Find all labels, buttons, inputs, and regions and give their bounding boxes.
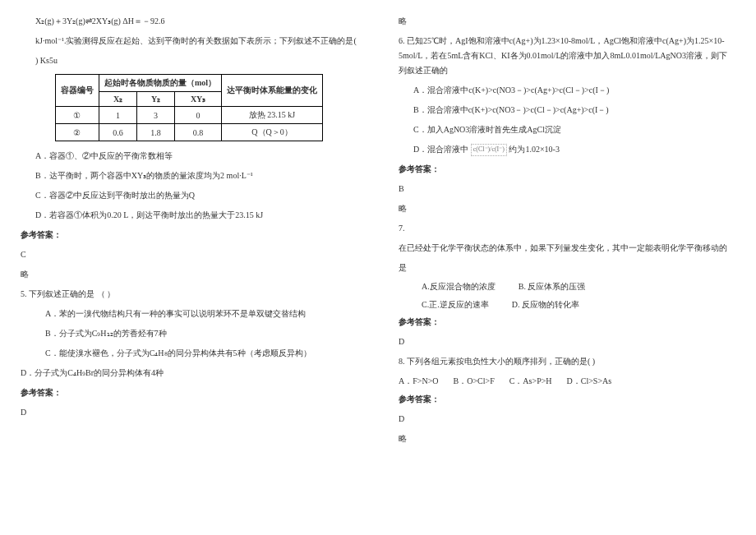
q8-answer: D — [399, 413, 735, 426]
q6-answer: B — [399, 182, 735, 196]
q5-opt-d: D．分子式为C₄H₉Br的同分异构体有4种 — [21, 367, 357, 380]
q7-opt-c: C.正.逆反应的速率 — [422, 299, 489, 311]
q4-opt-c: C．容器②中反应达到平衡时放出的热量为Q — [35, 189, 357, 202]
q7-stem-l1: 在已经处于化学平衡状态的体系中，如果下列量发生变化，其中一定能表明化学平衡移动的 — [399, 242, 735, 255]
q8-opt-b: B．O>Cl>F — [454, 375, 495, 388]
lue-text: 略 — [399, 202, 735, 215]
th-energy: 达平衡时体系能量的变化 — [222, 75, 323, 107]
q4-stem-line2: ) Ks5u — [35, 54, 357, 67]
th-container: 容器编号 — [55, 75, 99, 107]
q7-answer: D — [399, 335, 735, 348]
answer-label: 参考答案： — [399, 316, 735, 329]
th-y2: Y₂ — [137, 92, 175, 107]
th-xy3: XY₃ — [175, 92, 222, 107]
fraction-icon: c(Cl⁻)/c(I⁻) — [471, 144, 507, 156]
q4-opt-a: A．容器①、②中反应的平衡常数相等 — [35, 150, 357, 163]
right-column: 略 6. 已知25℃时，AgI饱和溶液中c(Ag+)为1.23×10-8mol/… — [378, 0, 756, 535]
th-x2: X₂ — [99, 92, 136, 107]
q8-opt-d: D．Cl>S>As — [567, 375, 612, 388]
q5-stem: 5. 下列叙述正确的是 （ ） — [21, 288, 357, 301]
answer-label: 参考答案： — [21, 228, 357, 242]
answer-label: 参考答案： — [399, 393, 735, 406]
lue-text: 略 — [399, 432, 735, 445]
q7-stem-l2: 是 — [399, 261, 735, 274]
q4-opt-b: B．达平衡时，两个容器中XY₃的物质的量浓度均为2 mol·L⁻¹ — [35, 169, 357, 182]
answer-label: 参考答案： — [399, 163, 735, 176]
q7-row2: C.正.逆反应的速率 D. 反应物的转化率 — [422, 299, 735, 311]
q6-stem-l2: 5mol/L，若在5mL含有KCl、KI各为0.01mol/L的溶液中加入8mL… — [399, 49, 735, 62]
q8-opt-c: C．As>P>H — [509, 375, 552, 388]
answer-label: 参考答案： — [21, 386, 357, 399]
q8-stem: 8. 下列各组元素按电负性大小的顺序排列，正确的是( ) — [399, 355, 735, 368]
q4-table: 容器编号 起始时各物质物质的量（mol） 达平衡时体系能量的变化 X₂ Y₂ X… — [55, 74, 323, 141]
lue-text: 略 — [21, 268, 357, 281]
q7-opt-b: B. 反应体系的压强 — [519, 281, 586, 293]
q6-d-post: 约为1.02×10-3 — [509, 145, 559, 154]
q7-opt-a: A.反应混合物的浓度 — [422, 281, 496, 293]
q6-d-pre: D．混合溶液中 — [413, 145, 468, 154]
q4-equation: X₂(g)＋3Y₂(g)⇌2XY₃(g) ΔH＝－92.6 — [35, 15, 357, 28]
table-row: ① 1 3 0 放热 23.15 kJ — [55, 107, 322, 124]
q5-opt-a: A．苯的一溴代物结构只有一种的事实可以说明苯环不是单双键交替结构 — [45, 307, 357, 321]
q5-answer: D — [21, 406, 357, 419]
q4-opt-d: D．若容器①体积为0.20 L，则达平衡时放出的热量大于23.15 kJ — [35, 209, 357, 222]
q7-number: 7. — [399, 222, 735, 235]
q6-stem-l1: 6. 已知25℃时，AgI饱和溶液中c(Ag+)为1.23×10-8mol/L，… — [399, 35, 735, 48]
q4-stem-line1: kJ·mol⁻¹.实验测得反应在起始、达到平衡时的有关数据如下表所示；下列叙述不… — [35, 35, 357, 48]
q6-opt-b: B．混合溶液中c(K+)>c(NO3－)>c(Cl－)>c(Ag+)>c(I－) — [413, 104, 735, 117]
q6-opt-d: D．混合溶液中 c(Cl⁻)/c(I⁻) 约为1.02×10-3 — [413, 143, 735, 156]
q4-answer: C — [21, 248, 357, 261]
q6-stem-l3: 列叙述正确的 — [399, 64, 735, 77]
th-initial: 起始时各物质物质的量（mol） — [99, 75, 221, 92]
q6-opt-a: A．混合溶液中c(K+)>c(NO3－)>c(Ag+)>c(Cl－)>c(I－) — [413, 84, 735, 97]
lue-text: 略 — [399, 15, 735, 28]
q5-opt-b: B．分子式为C₉H₁₂的芳香烃有7种 — [45, 327, 357, 340]
q5-opt-c: C．能使溴水褪色，分子式为C₄H₈的同分异构体共有5种（考虑顺反异构） — [45, 347, 357, 360]
q8-opt-a: A．F>N>O — [399, 375, 439, 388]
table-row: ② 0.6 1.8 0.8 Q（Q＞0） — [55, 124, 322, 141]
q7-row1: A.反应混合物的浓度 B. 反应体系的压强 — [422, 281, 735, 293]
q6-opt-c: C．加入AgNO3溶液时首先生成AgCl沉淀 — [413, 123, 735, 136]
q7-opt-d: D. 反应物的转化率 — [512, 299, 579, 311]
q8-options: A．F>N>O B．O>Cl>F C．As>P>H D．Cl>S>As — [399, 375, 735, 388]
left-column: X₂(g)＋3Y₂(g)⇌2XY₃(g) ΔH＝－92.6 kJ·mol⁻¹.实… — [0, 0, 378, 535]
